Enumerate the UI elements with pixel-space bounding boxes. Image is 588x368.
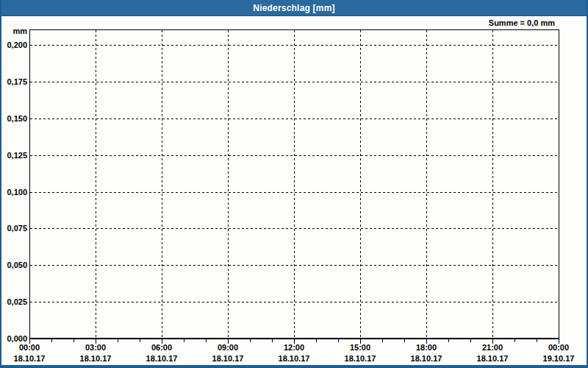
x-tick-date-label: 18.10.17 xyxy=(279,354,310,363)
x-tick-time-label: 03:00 xyxy=(85,343,106,352)
y-tick-label: 0,125 xyxy=(7,151,27,160)
x-tick-date-label: 18.10.17 xyxy=(80,354,112,363)
x-tick-time-label: 00:00 xyxy=(19,343,40,352)
x-tick-time-label: 09:00 xyxy=(218,343,238,352)
y-tick-label: 0,075 xyxy=(7,224,27,233)
x-tick-date-label: 18.10.17 xyxy=(146,354,178,363)
x-tick-time-label: 18:00 xyxy=(416,343,437,352)
x-tick-date-label: 18.10.17 xyxy=(212,354,244,363)
window-titlebar: Niederschlag [mm] xyxy=(1,0,587,16)
chart-window: Niederschlag [mm] Summe = 0,0 mm mm 0,20… xyxy=(0,0,588,368)
x-tick-date-label: 18.10.17 xyxy=(14,354,46,363)
y-tick-label: 0,175 xyxy=(7,77,27,86)
x-axis-labels: 00:0018.10.1703:0018.10.1706:0018.10.170… xyxy=(14,343,575,363)
x-tick-time-label: 12:00 xyxy=(284,343,304,352)
grid-vertical xyxy=(96,30,493,338)
y-tick-label: 0,050 xyxy=(7,261,27,269)
x-tick-time-label: 21:00 xyxy=(482,343,503,352)
y-axis-unit-label: mm xyxy=(12,26,27,35)
sum-annotation: Summe = 0,0 mm xyxy=(489,18,555,27)
x-tick-date-label: 18.10.17 xyxy=(477,354,509,363)
y-tick-label: 0,000 xyxy=(7,334,27,343)
plot-svg: Summe = 0,0 mm mm 0,2000,1750,1500,1250,… xyxy=(1,16,587,365)
x-tick-time-label: 06:00 xyxy=(151,343,172,352)
y-tick-label: 0,150 xyxy=(7,114,27,123)
y-axis-labels: 0,2000,1750,1500,1250,1000,0750,0500,025… xyxy=(7,40,27,343)
chart-area: Summe = 0,0 mm mm 0,2000,1750,1500,1250,… xyxy=(1,16,587,365)
x-tick-time-label: 00:00 xyxy=(548,343,569,352)
y-tick-label: 0,200 xyxy=(7,40,27,49)
y-tick-label: 0,025 xyxy=(7,297,27,306)
y-tick-label: 0,100 xyxy=(7,188,27,197)
window-title: Niederschlag [mm] xyxy=(253,3,334,13)
x-tick-date-label: 18.10.17 xyxy=(411,354,442,363)
x-tick-date-label: 19.10.17 xyxy=(543,354,575,363)
x-tick-date-label: 18.10.17 xyxy=(345,354,376,363)
x-tick-time-label: 15:00 xyxy=(350,343,370,352)
